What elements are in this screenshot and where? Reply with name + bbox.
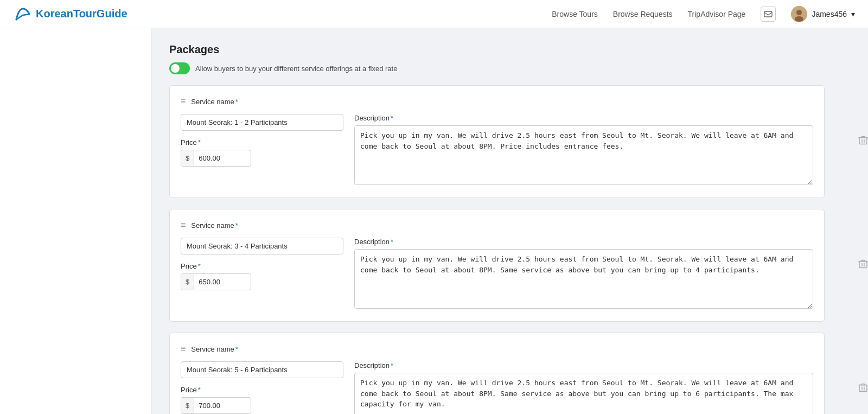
price-label-2: Price* bbox=[181, 262, 343, 270]
service-name-input-3[interactable] bbox=[181, 361, 343, 378]
card-body-3: Price* $ Description* bbox=[181, 361, 813, 414]
delete-button-3[interactable] bbox=[856, 381, 868, 398]
package-card-inner-3: ≡ Service name* Price* bbox=[169, 333, 825, 414]
toggle-label: Allow buyers to buy your different servi… bbox=[195, 65, 397, 73]
price-section-3: Price* $ bbox=[181, 386, 343, 414]
price-input-2[interactable] bbox=[194, 274, 243, 290]
price-wrapper-3: $ bbox=[181, 397, 251, 414]
card-header-2: ≡ Service name* bbox=[181, 220, 813, 230]
desc-label-1: Description* bbox=[354, 114, 813, 122]
nav-tripadvisor[interactable]: TripAdvisor Page bbox=[688, 10, 746, 18]
service-name-input-1[interactable] bbox=[181, 114, 343, 131]
card-right-3: Description* Pick you up in my van. We w… bbox=[354, 361, 813, 414]
svg-point-2 bbox=[796, 10, 802, 15]
price-wrapper-2: $ bbox=[181, 273, 251, 290]
price-section-2: Price* $ bbox=[181, 262, 343, 290]
card-left-2: Price* $ bbox=[181, 238, 343, 310]
package-card-inner-2: ≡ Service name* Price* bbox=[169, 209, 825, 322]
package-card-inner-1: ≡ Service name* Price* bbox=[169, 85, 825, 198]
service-name-label-2: Service name* bbox=[191, 221, 238, 230]
main-content: Packages Allow buyers to buy your differ… bbox=[152, 28, 868, 414]
card-right-1: Description* Pick you up in my van. We w… bbox=[354, 114, 813, 187]
user-dropdown-arrow[interactable]: ▾ bbox=[851, 10, 855, 18]
price-label-3: Price* bbox=[181, 386, 343, 394]
price-label-1: Price* bbox=[181, 138, 343, 147]
drag-handle-2[interactable]: ≡ bbox=[181, 220, 186, 230]
logo-text: KoreanTourGuide bbox=[36, 8, 127, 20]
package-card-1: ≡ Service name* Price* bbox=[169, 85, 851, 198]
card-left-3: Price* $ bbox=[181, 361, 343, 414]
package-card-2: ≡ Service name* Price* bbox=[169, 209, 851, 322]
svg-rect-0 bbox=[764, 11, 772, 17]
card-left-1: Price* $ bbox=[181, 114, 343, 187]
price-currency-2: $ bbox=[181, 274, 194, 290]
navbar: KoreanTourGuide Browse Tours Browse Requ… bbox=[0, 0, 868, 28]
delete-button-1[interactable] bbox=[856, 133, 868, 150]
page-title: Packages bbox=[169, 43, 851, 56]
toggle-row: Allow buyers to buy your different servi… bbox=[169, 62, 851, 74]
svg-rect-8 bbox=[859, 262, 867, 268]
price-input-3[interactable] bbox=[194, 398, 243, 413]
card-header-3: ≡ Service name* bbox=[181, 344, 813, 354]
description-textarea-2[interactable]: Pick you up in my van. We will drive 2.5… bbox=[354, 249, 813, 309]
price-wrapper-1: $ bbox=[181, 150, 251, 167]
card-body-1: Price* $ Description* bbox=[181, 114, 813, 187]
packages-toggle[interactable] bbox=[169, 62, 190, 74]
price-currency-3: $ bbox=[181, 398, 194, 413]
svg-point-3 bbox=[795, 16, 803, 22]
navbar-links: Browse Tours Browse Requests TripAdvisor… bbox=[552, 6, 855, 22]
avatar bbox=[791, 6, 807, 22]
user-menu[interactable]: James456 ▾ bbox=[791, 6, 855, 22]
nav-browse-tours[interactable]: Browse Tours bbox=[552, 10, 598, 18]
price-currency-1: $ bbox=[181, 150, 194, 166]
description-textarea-1[interactable]: Pick you up in my van. We will drive 2.5… bbox=[354, 125, 813, 185]
card-body-2: Price* $ Description* bbox=[181, 238, 813, 310]
nav-browse-requests[interactable]: Browse Requests bbox=[613, 10, 673, 18]
desc-label-2: Description* bbox=[354, 238, 813, 246]
logo[interactable]: KoreanTourGuide bbox=[13, 4, 127, 24]
service-name-label-3: Service name* bbox=[191, 345, 238, 353]
delete-button-2[interactable] bbox=[856, 257, 868, 274]
toggle-slider bbox=[169, 62, 190, 74]
description-textarea-3[interactable]: Pick you up in my van. We will drive 2.5… bbox=[354, 373, 813, 414]
price-input-1[interactable] bbox=[194, 150, 243, 166]
card-right-2: Description* Pick you up in my van. We w… bbox=[354, 238, 813, 310]
messages-icon[interactable] bbox=[761, 7, 776, 22]
service-name-input-2[interactable] bbox=[181, 238, 343, 254]
svg-rect-12 bbox=[859, 385, 867, 392]
packages-container: ≡ Service name* Price* bbox=[169, 85, 851, 414]
package-card-3: ≡ Service name* Price* bbox=[169, 333, 851, 414]
service-name-label-1: Service name* bbox=[191, 98, 238, 106]
layout: Packages Allow buyers to buy your differ… bbox=[0, 28, 868, 414]
svg-rect-4 bbox=[859, 138, 867, 144]
desc-label-3: Description* bbox=[354, 361, 813, 370]
drag-handle-1[interactable]: ≡ bbox=[181, 97, 186, 106]
drag-handle-3[interactable]: ≡ bbox=[181, 344, 186, 354]
sidebar bbox=[0, 28, 152, 414]
card-header-1: ≡ Service name* bbox=[181, 97, 813, 106]
required-star-1: * bbox=[235, 98, 238, 106]
price-section-1: Price* $ bbox=[181, 138, 343, 167]
user-name: James456 bbox=[812, 10, 847, 18]
